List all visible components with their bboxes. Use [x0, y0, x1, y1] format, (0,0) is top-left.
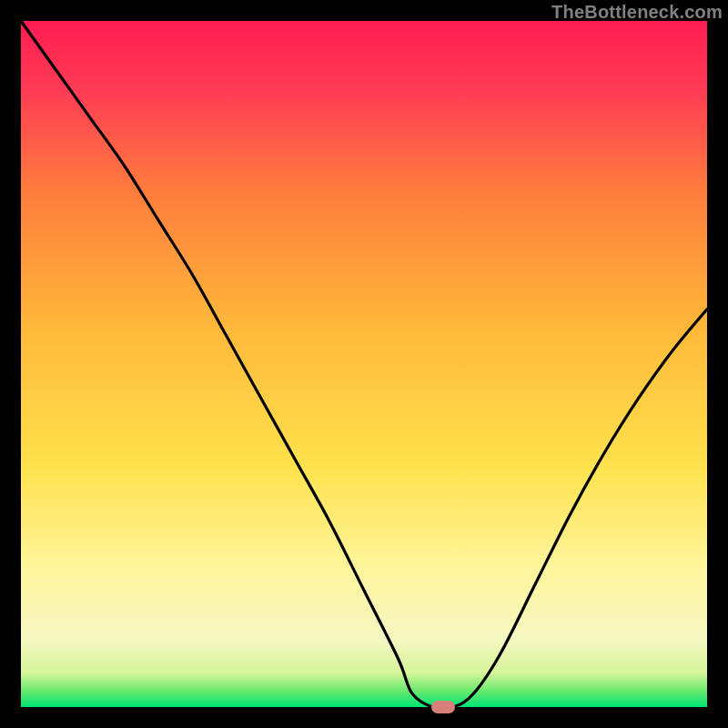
- plot-area: [21, 21, 707, 707]
- bottleneck-curve: [21, 21, 707, 707]
- minimum-marker: [431, 701, 455, 713]
- chart-frame: TheBottleneck.com: [0, 0, 728, 728]
- watermark-text: TheBottleneck.com: [551, 2, 723, 23]
